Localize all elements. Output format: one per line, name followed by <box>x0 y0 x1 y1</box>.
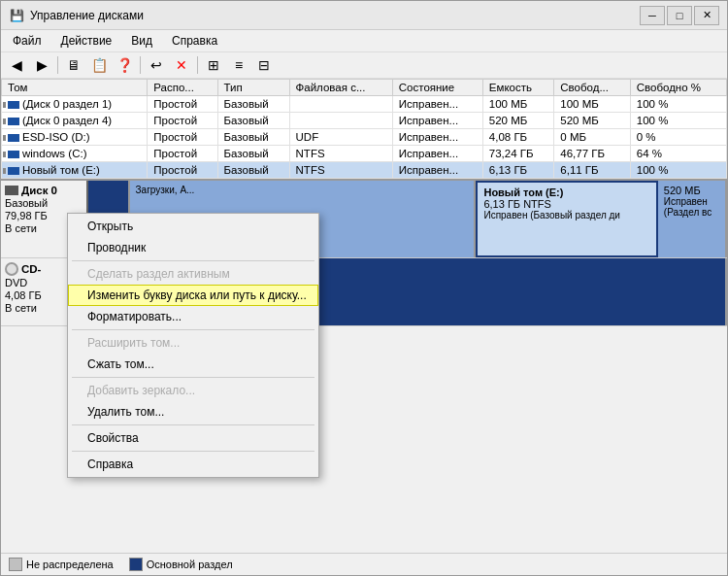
table-row[interactable]: (Диск 0 раздел 1)ПростойБазовыйИсправен.… <box>2 96 727 113</box>
table-cell-4-1: Простой <box>148 162 217 179</box>
refresh-button[interactable]: 🖥 <box>62 54 85 76</box>
table-cell-1-4: Исправен... <box>392 113 482 129</box>
table-cell-0-3 <box>289 96 392 113</box>
ctx-item-7: Расширить том... <box>68 332 318 354</box>
table-row[interactable]: (Диск 0 раздел 4)ПростойБазовыйИсправен.… <box>2 113 727 129</box>
ctx-item-5[interactable]: Форматировать... <box>68 306 318 327</box>
table-cell-1-5: 520 МБ <box>482 113 553 129</box>
table-cell-1-2: Базовый <box>217 113 289 129</box>
table-cell-0-6: 100 МБ <box>554 96 630 113</box>
col-free[interactable]: Свобод... <box>554 80 630 96</box>
maximize-button[interactable]: □ <box>667 6 692 25</box>
view-button[interactable]: ⊞ <box>202 54 225 76</box>
table-cell-1-1: Простой <box>148 113 217 129</box>
ctx-item-3: Сделать раздел активным <box>68 263 318 285</box>
table-cell-4-4: Исправен... <box>392 162 482 179</box>
table-cell-2-7: 0 % <box>630 129 726 146</box>
legend-unallocated-label: Не распределена <box>26 559 114 570</box>
legend-primary-box <box>129 558 143 571</box>
legend-primary: Основной раздел <box>129 558 233 571</box>
window-icon: 💾 <box>9 8 24 23</box>
back-button[interactable]: ◀ <box>5 54 28 76</box>
menu-help[interactable]: Справка <box>164 32 225 50</box>
ctx-item-0[interactable]: Открыть <box>68 216 318 237</box>
table-cell-2-0: ESD-ISO (D:) <box>2 129 148 146</box>
table-cell-0-2: Базовый <box>217 96 289 113</box>
disk-0-label: Диск 0 <box>21 185 57 196</box>
new-volume-size: 6,13 ГБ NTFS <box>483 198 649 210</box>
col-raspo[interactable]: Распо... <box>148 80 217 96</box>
table-row[interactable]: ESD-ISO (D:)ПростойБазовыйUDFИсправен...… <box>2 129 727 146</box>
table-cell-3-0: windows (C:) <box>2 146 148 162</box>
toolbar: ◀ ▶ 🖥 📋 ❓ ↩ ✕ ⊞ ≡ ⊟ <box>1 52 727 79</box>
legend-primary-label: Основной раздел <box>147 559 233 570</box>
table-cell-2-1: Простой <box>148 129 217 146</box>
ctx-separator-12 <box>72 424 314 425</box>
menu-view[interactable]: Вид <box>123 32 160 50</box>
view3-button[interactable]: ⊟ <box>252 54 276 76</box>
disk-table-container: Том Распо... Тип Файловая с... Состояние… <box>1 79 727 181</box>
table-cell-2-4: Исправен... <box>392 129 482 146</box>
col-status[interactable]: Состояние <box>392 80 482 96</box>
legend-unallocated-box <box>9 558 22 571</box>
table-cell-2-5: 4,08 ГБ <box>482 129 553 146</box>
ctx-separator-14 <box>72 451 314 452</box>
ctx-separator-9 <box>72 377 314 378</box>
table-cell-2-6: 0 МБ <box>554 129 630 146</box>
ctx-item-15[interactable]: Справка <box>68 454 318 475</box>
table-cell-2-2: Базовый <box>217 129 289 146</box>
delete-button[interactable]: ✕ <box>170 54 193 76</box>
view2-button[interactable]: ≡ <box>227 54 250 76</box>
minimize-button[interactable]: ─ <box>640 6 665 25</box>
table-cell-3-6: 46,77 ГБ <box>554 146 630 162</box>
close-button[interactable]: ✕ <box>694 6 719 25</box>
col-fs[interactable]: Файловая с... <box>289 80 392 96</box>
table-cell-3-7: 64 % <box>630 146 726 162</box>
ctx-item-13[interactable]: Свойства <box>68 427 318 449</box>
table-cell-0-7: 100 % <box>630 96 726 113</box>
table-cell-1-6: 520 МБ <box>554 113 630 129</box>
table-cell-4-6: 6,11 ГБ <box>554 162 630 179</box>
toolbar-sep-1 <box>57 56 58 74</box>
table-cell-0-4: Исправен... <box>392 96 482 113</box>
table-row[interactable]: Новый том (E:)ПростойБазовыйNTFSИсправен… <box>2 162 727 179</box>
new-volume-status: Исправен (Базовый раздел ди <box>483 210 649 220</box>
undo-button[interactable]: ↩ <box>145 54 168 76</box>
ctx-item-10: Добавить зеркало... <box>68 380 318 401</box>
disk-0-type: Базовый <box>5 197 83 209</box>
new-volume-name: Новый том (E:) <box>483 186 649 198</box>
menu-action[interactable]: Действие <box>53 32 120 50</box>
forward-button[interactable]: ▶ <box>30 54 53 76</box>
main-window: 💾 Управление дисками ─ □ ✕ Файл Действие… <box>0 0 728 576</box>
menu-file[interactable]: Файл <box>5 32 50 50</box>
toolbar-sep-2 <box>140 56 141 74</box>
partition-recovery[interactable]: 520 МБ Исправен (Раздел вс <box>658 181 727 257</box>
ctx-item-11[interactable]: Удалить том... <box>68 401 318 423</box>
ctx-item-8[interactable]: Сжать том... <box>68 354 318 375</box>
table-cell-2-3: UDF <box>289 129 392 146</box>
table-cell-3-3: NTFS <box>289 146 392 162</box>
table-cell-3-1: Простой <box>148 146 217 162</box>
table-row[interactable]: windows (C:)ПростойБазовыйNTFSИсправен..… <box>2 146 727 162</box>
table-cell-4-7: 100 % <box>630 162 726 179</box>
col-freepct[interactable]: Свободно % <box>630 80 726 96</box>
properties-button[interactable]: 📋 <box>87 54 111 76</box>
legend-bar: Не распределена Основной раздел <box>1 553 727 575</box>
menu-bar: Файл Действие Вид Справка <box>1 30 727 52</box>
table-cell-0-0: (Диск 0 раздел 1) <box>2 96 148 113</box>
ctx-item-4[interactable]: Изменить букву диска или путь к диску... <box>68 285 318 306</box>
ctx-item-1[interactable]: Проводник <box>68 237 318 258</box>
col-tip[interactable]: Тип <box>217 80 289 96</box>
window-controls: ─ □ ✕ <box>640 6 719 25</box>
col-tom[interactable]: Том <box>2 80 148 96</box>
col-capacity[interactable]: Емкость <box>482 80 553 96</box>
partition-new-volume[interactable]: Новый том (E:) 6,13 ГБ NTFS Исправен (Ба… <box>476 181 657 257</box>
help-button[interactable]: ❓ <box>113 54 136 76</box>
ctx-separator-6 <box>72 329 314 330</box>
table-cell-0-5: 100 МБ <box>482 96 553 113</box>
table-cell-3-4: Исправен... <box>392 146 482 162</box>
recovery-status: Исправен (Раздел вс <box>664 196 719 218</box>
title-bar: 💾 Управление дисками ─ □ ✕ <box>1 1 727 30</box>
table-cell-4-0: Новый том (E:) <box>2 162 148 179</box>
window-title: Управление дисками <box>30 9 640 22</box>
